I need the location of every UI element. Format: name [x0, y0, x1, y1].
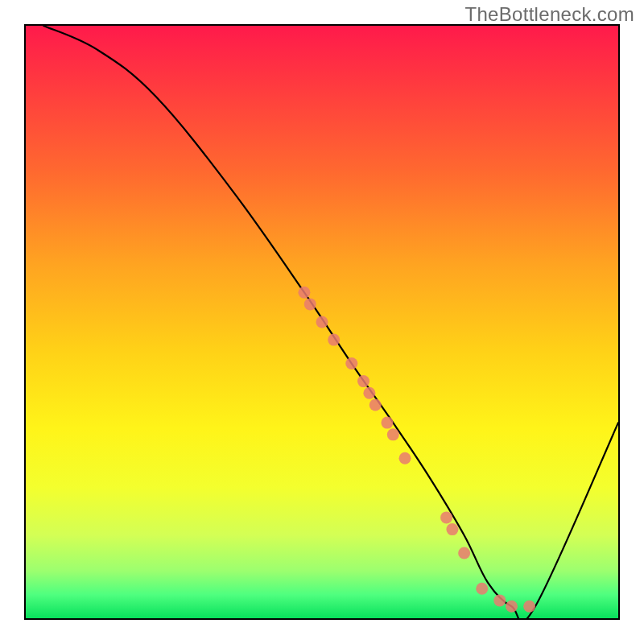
highlight-marker [387, 428, 399, 440]
highlight-marker [345, 357, 357, 369]
highlight-marker [298, 287, 310, 299]
highlight-marker [369, 399, 382, 411]
highlight-marker [523, 601, 535, 613]
highlight-marker [381, 417, 393, 429]
highlight-marker [476, 583, 488, 595]
highlight-marker [363, 387, 375, 399]
chart-frame: TheBottleneck.com [0, 0, 644, 644]
watermark-text: TheBottleneck.com [464, 3, 634, 26]
highlight-marker [446, 523, 458, 535]
highlight-marker [399, 452, 411, 464]
bottleneck-curve [43, 26, 618, 618]
highlight-marker [328, 334, 340, 346]
curve-layer [26, 26, 618, 618]
highlight-marker [440, 511, 452, 523]
highlight-marker [493, 594, 506, 606]
highlight-marker-group [298, 287, 535, 613]
plot-area [24, 24, 620, 620]
highlight-marker [304, 298, 316, 310]
highlight-marker [357, 375, 369, 387]
highlight-marker [458, 547, 470, 559]
highlight-marker [316, 316, 328, 328]
highlight-marker [506, 601, 518, 613]
